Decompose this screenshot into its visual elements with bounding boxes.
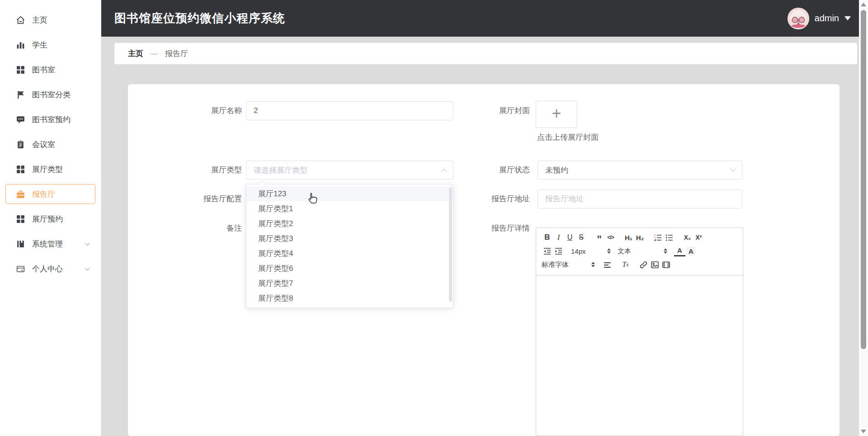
briefcase-icon bbox=[16, 190, 25, 199]
font-size-value: 14px bbox=[571, 247, 586, 255]
sidebar-item-label: 会议室 bbox=[32, 139, 55, 150]
sidebar-item-label: 图书室预约 bbox=[32, 114, 71, 125]
sidebar-item-library-reservation[interactable]: 图书室预约 bbox=[5, 109, 95, 129]
updown-arrows-icon bbox=[664, 248, 667, 254]
font-family-picker[interactable]: 标准字体 bbox=[542, 261, 595, 269]
book-icon bbox=[16, 239, 25, 249]
breadcrumb-home[interactable]: 主页 bbox=[128, 48, 143, 59]
hall-detail-label: 报告厅详情 bbox=[457, 223, 530, 233]
rich-text-editor: B I U S ” </> H₁ H₂ bbox=[536, 227, 743, 436]
heading1-button[interactable]: H₁ bbox=[623, 232, 634, 243]
chevron-down-icon bbox=[730, 166, 736, 172]
font-family-value: 标准字体 bbox=[542, 261, 569, 269]
hall-type-placeholder: 请选择展厅类型 bbox=[254, 165, 307, 175]
scroll-down-arrow-icon[interactable] bbox=[861, 430, 866, 433]
text-color-button[interactable]: A bbox=[674, 246, 685, 256]
scroll-up-arrow-icon[interactable] bbox=[861, 3, 866, 6]
page-scrollbar bbox=[859, 0, 868, 436]
font-size-picker[interactable]: 14px bbox=[571, 247, 611, 255]
header-style-picker[interactable]: 文本 bbox=[618, 247, 667, 256]
sidebar-item-report-hall[interactable]: 报告厅 bbox=[5, 184, 95, 204]
link-icon[interactable] bbox=[638, 259, 649, 270]
sidebar-item-library-category[interactable]: 图书室分类 bbox=[5, 85, 95, 104]
sidebar-item-label: 报告厅 bbox=[32, 189, 55, 199]
underline-button[interactable]: U bbox=[564, 232, 576, 243]
sidebar-item-library[interactable]: 图书室 bbox=[5, 60, 95, 80]
sidebar-item-label: 系统管理 bbox=[32, 239, 63, 249]
subscript-button[interactable]: X₂ bbox=[682, 232, 693, 243]
grid-icon bbox=[16, 65, 25, 75]
dropdown-option[interactable]: 展厅类型7 bbox=[246, 276, 453, 291]
hall-type-dropdown: 展厅123 展厅类型1 展厅类型2 展厅类型3 展厅类型4 展厅类型6 展厅类型… bbox=[246, 184, 453, 308]
sidebar-item-hall-type[interactable]: 展厅类型 bbox=[5, 159, 95, 179]
dropdown-option[interactable]: 展厅123 bbox=[246, 186, 453, 201]
remark-label: 备注 bbox=[169, 223, 242, 233]
sidebar-item-meeting-room[interactable]: 会议室 bbox=[5, 134, 95, 154]
clean-t: T bbox=[623, 261, 627, 269]
home-icon bbox=[16, 15, 25, 25]
form-card: 展厅名称 展厅封面 + 点击上传展厅封面 展厅类型 请选择展厅类型 展厅状态 未… bbox=[128, 84, 840, 436]
dropdown-option[interactable]: 展厅类型2 bbox=[246, 216, 453, 231]
sidebar: 主页 学生 图书室 图书室分类 图书室预约 bbox=[0, 0, 101, 436]
sidebar-item-students[interactable]: 学生 bbox=[5, 35, 95, 55]
blockquote-button[interactable]: ” bbox=[594, 232, 605, 243]
comment-icon bbox=[16, 115, 25, 124]
editor-content-area[interactable] bbox=[536, 275, 743, 436]
indent-icon[interactable] bbox=[553, 246, 564, 256]
username: admin bbox=[815, 13, 839, 24]
dropdown-option[interactable]: 展厅类型6 bbox=[246, 261, 453, 276]
dropdown-scrollbar-thumb[interactable] bbox=[449, 188, 452, 302]
upload-cover-button[interactable]: + bbox=[536, 101, 577, 128]
align-icon[interactable] bbox=[602, 259, 613, 270]
hall-status-value: 未预约 bbox=[545, 165, 568, 175]
italic-button[interactable]: I bbox=[553, 232, 564, 243]
hall-address-input[interactable] bbox=[538, 190, 742, 209]
app-title: 图书馆座位预约微信小程序系统 bbox=[114, 10, 285, 26]
sidebar-item-system-management[interactable]: 系统管理 bbox=[5, 234, 95, 254]
scrollbar-thumb[interactable] bbox=[861, 10, 866, 349]
clear-format-button[interactable]: Tx bbox=[620, 259, 631, 270]
updown-arrows-icon bbox=[607, 248, 611, 254]
hall-name-input[interactable] bbox=[246, 101, 453, 120]
updown-arrows-icon bbox=[591, 262, 595, 267]
wallet-icon bbox=[16, 264, 25, 274]
user-menu[interactable]: admin bbox=[788, 8, 854, 29]
sidebar-item-label: 学生 bbox=[32, 40, 47, 50]
dropdown-option[interactable]: 展厅类型8 bbox=[246, 291, 453, 306]
breadcrumb-separator: — bbox=[151, 50, 158, 58]
strikethrough-button[interactable]: S bbox=[576, 232, 587, 243]
sidebar-item-label: 主页 bbox=[32, 15, 47, 25]
editor-toolbar: B I U S ” </> H₁ H₂ bbox=[536, 228, 743, 275]
sidebar-item-personal-center[interactable]: 个人中心 bbox=[5, 259, 95, 279]
superscript-button[interactable]: X² bbox=[693, 232, 704, 243]
sidebar-item-hall-reservation[interactable]: 展厅预约 bbox=[5, 209, 95, 229]
hall-config-label: 报告厅配置 bbox=[169, 190, 242, 209]
video-icon[interactable] bbox=[660, 259, 672, 270]
grid-icon bbox=[16, 165, 25, 174]
sidebar-item-home[interactable]: 主页 bbox=[5, 10, 95, 30]
hall-status-select[interactable]: 未预约 bbox=[538, 161, 742, 180]
ordered-list-icon[interactable] bbox=[652, 232, 664, 243]
hall-type-label: 展厅类型 bbox=[169, 161, 242, 180]
clipboard-icon bbox=[16, 140, 25, 149]
sidebar-item-label: 展厅类型 bbox=[32, 164, 63, 175]
dropdown-option[interactable]: 展厅类型3 bbox=[246, 231, 453, 246]
chevron-down-icon bbox=[85, 241, 90, 246]
heading2-button[interactable]: H₂ bbox=[634, 232, 646, 243]
outdent-icon[interactable] bbox=[542, 246, 553, 256]
app-root: 主页 学生 图书室 图书室分类 图书室预约 bbox=[0, 0, 868, 436]
bullet-list-icon[interactable] bbox=[664, 232, 675, 243]
dropdown-option[interactable]: 展厅类型4 bbox=[246, 246, 453, 261]
sidebar-item-label: 图书室 bbox=[32, 65, 55, 75]
bold-button[interactable]: B bbox=[542, 232, 553, 243]
chevron-up-icon bbox=[441, 169, 447, 175]
image-icon[interactable] bbox=[649, 259, 660, 270]
sidebar-item-label: 展厅预约 bbox=[32, 214, 63, 224]
plus-icon: + bbox=[552, 105, 561, 122]
caret-down-icon bbox=[844, 16, 851, 20]
dropdown-option[interactable]: 展厅类型1 bbox=[246, 201, 453, 216]
background-color-button[interactable]: A bbox=[687, 247, 695, 256]
hall-type-select[interactable]: 请选择展厅类型 bbox=[246, 161, 453, 180]
sidebar-item-label: 图书室分类 bbox=[32, 90, 71, 100]
code-block-button[interactable]: </> bbox=[605, 232, 616, 243]
